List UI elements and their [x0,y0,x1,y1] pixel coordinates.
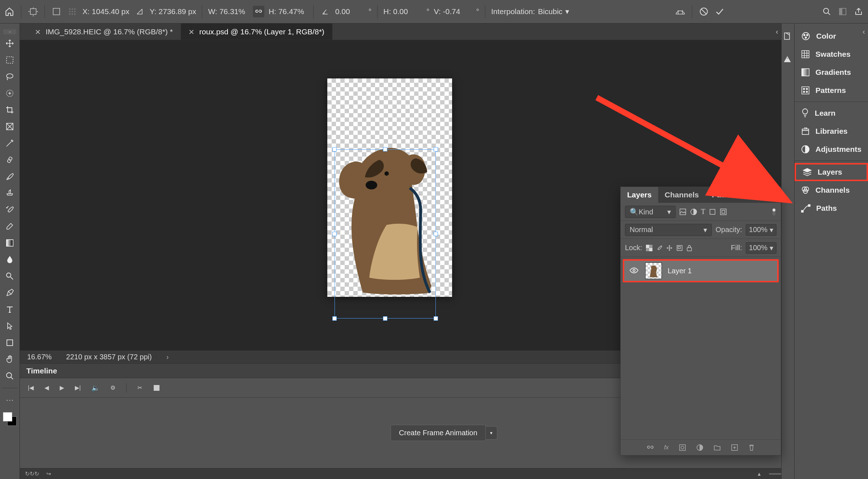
zoom-level[interactable]: 16.67% [27,353,52,361]
edit-toolbar-icon[interactable]: ⋯ [3,393,17,408]
audio-icon[interactable]: 🔈 [92,384,99,392]
gradients-panel-button[interactable]: Gradients [795,63,868,81]
trash-icon[interactable] [748,444,755,451]
cancel-transform-icon[interactable] [698,6,710,17]
transform-handle[interactable] [383,147,387,151]
dodge-tool-icon[interactable] [3,269,17,284]
scissors-icon[interactable]: ✂ [137,384,142,391]
reference-point-box-icon[interactable] [51,6,62,17]
type-tool-icon[interactable] [3,302,17,317]
x-field[interactable]: X:1045.40 px [82,7,129,16]
transform-handle[interactable] [434,147,438,151]
foreground-background-swatch[interactable] [3,412,17,426]
prev-frame-icon[interactable]: ◀ [44,384,49,391]
new-layer-icon[interactable] [731,444,738,451]
eraser-tool-icon[interactable] [3,219,17,234]
adjustments-panel-button[interactable]: Adjustments [795,140,868,158]
layer-name[interactable]: Layer 1 [668,267,692,275]
filter-type-icon[interactable]: T [701,208,705,216]
paths-panel-button[interactable]: Paths [795,199,868,217]
render-icon[interactable]: ↪ [46,470,51,477]
transform-handle[interactable] [434,232,438,236]
swatches-panel-button[interactable]: Swatches [795,45,868,63]
eyedropper-tool-icon[interactable] [3,136,17,151]
transform-handle[interactable] [332,232,337,236]
fill-field[interactable]: 100%▾ [746,242,776,254]
transition-icon[interactable] [153,384,160,392]
search-icon[interactable] [821,6,833,17]
lock-all-icon[interactable] [686,245,692,251]
collapse-chevrons-icon[interactable]: ‹‹ [863,27,863,36]
document-tab-1[interactable]: × IMG_5928.HEIC @ 16.7% (RGB/8*) * [27,23,181,40]
link-layers-icon[interactable] [647,444,654,451]
blend-mode-select[interactable]: Normal▾ [625,224,712,236]
quick-select-tool-icon[interactable] [3,86,17,101]
warp-icon[interactable] [675,6,686,17]
link-wh-icon[interactable] [253,6,264,17]
channels-tab[interactable]: Channels [658,187,706,203]
next-frame-icon[interactable]: ▶| [75,384,81,391]
channels-panel-button[interactable]: Channels [795,181,868,199]
create-frame-animation-button[interactable]: Create Frame Animation [391,425,486,441]
first-frame-icon[interactable]: |◀ [28,384,34,391]
doc-info[interactable]: 2210 px x 3857 px (72 ppi) [66,353,152,361]
loop-icon[interactable]: ↻↻↻ [25,470,39,477]
home-icon[interactable] [4,6,15,17]
gradient-tool-icon[interactable] [3,235,17,251]
hand-tool-icon[interactable] [3,352,17,367]
frame-tool-icon[interactable] [3,119,17,134]
crop-tool-icon[interactable] [3,102,17,117]
lock-artboard-icon[interactable] [676,245,683,251]
y-field[interactable]: Y:2736.89 px [150,7,196,16]
panel-menu-icon[interactable]: ≡ [773,192,776,198]
clone-stamp-tool-icon[interactable] [3,185,17,201]
group-icon[interactable] [714,444,721,451]
transform-handle[interactable] [332,147,337,151]
layers-tab[interactable]: Layers [621,187,658,203]
interpolation-select[interactable]: Interpolation: Bicubic ▾ [491,7,569,16]
transform-handle[interactable] [332,316,337,321]
history-brush-tool-icon[interactable] [3,202,17,217]
h-field[interactable]: H:76.47% [269,7,307,16]
lock-transparency-icon[interactable] [646,245,652,251]
chevron-right-icon[interactable]: › [166,353,169,361]
brush-tool-icon[interactable] [3,169,17,184]
settings-gear-icon[interactable]: ⚙ [110,384,115,391]
reference-point-grid-icon[interactable] [67,6,78,17]
color-panel-button[interactable]: Color [795,27,868,45]
patterns-panel-button[interactable]: Patterns [795,81,868,99]
layers-panel-button[interactable]: Layers [795,163,868,181]
rectangle-tool-icon[interactable] [3,335,17,350]
fx-icon[interactable]: fx [664,444,668,451]
transform-bounding-box[interactable] [335,149,436,318]
path-select-tool-icon[interactable] [3,318,17,334]
transform-tool-icon[interactable] [27,6,39,17]
blur-tool-icon[interactable] [3,252,17,267]
play-icon[interactable]: ▶ [60,384,64,391]
create-frame-animation-menu[interactable]: ▾ [486,426,497,440]
healing-brush-tool-icon[interactable] [3,152,17,167]
skew-v-field[interactable]: V:-0.74 [434,7,472,16]
move-tool-icon[interactable] [3,36,17,51]
collapse-chevrons-icon[interactable]: ‹‹ [776,27,776,36]
triangle-xy-icon[interactable] [134,6,145,17]
collapse-panel-icon[interactable]: ›› [765,192,765,198]
lock-position-icon[interactable] [666,245,673,251]
filter-adjust-icon[interactable] [690,208,697,215]
filter-kind-select[interactable]: 🔍Kind▾ [625,206,676,218]
filter-pixel-icon[interactable] [679,208,686,215]
transform-handle[interactable] [383,316,387,321]
filter-smart-icon[interactable] [720,208,727,215]
libraries-panel-button[interactable]: Libraries [795,122,868,140]
document-tab-2[interactable]: × roux.psd @ 16.7% (Layer 1, RGB/8*) [181,23,332,40]
workspace-icon[interactable] [837,6,848,17]
transform-handle[interactable] [434,316,438,321]
share-icon[interactable] [853,6,864,17]
learn-panel-button[interactable]: Learn [795,104,868,122]
visibility-eye-icon[interactable] [629,266,639,276]
close-tab-icon[interactable]: × [189,27,194,37]
filter-shape-icon[interactable] [709,208,716,215]
close-tab-icon[interactable]: × [35,27,41,37]
marquee-tool-icon[interactable] [3,52,17,68]
lock-pixels-icon[interactable] [656,245,663,251]
